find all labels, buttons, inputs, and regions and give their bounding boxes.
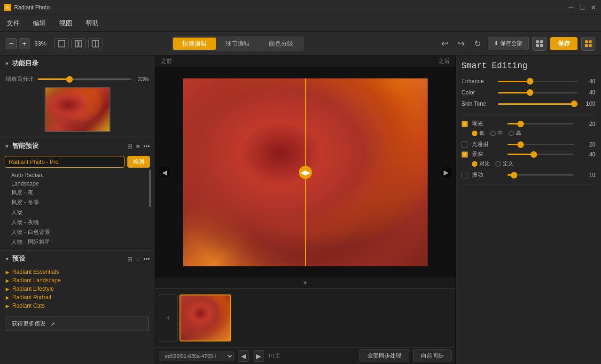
redo-button[interactable]: ↪ <box>455 38 468 50</box>
nav-prev-button[interactable]: ◀ <box>238 350 249 362</box>
vibration-value: 10 <box>581 172 595 178</box>
svg-text:R: R <box>6 6 9 10</box>
light-diffuse-track[interactable] <box>507 144 574 145</box>
depth-define-radio[interactable] <box>495 161 501 167</box>
add-image-button[interactable]: + <box>159 294 178 341</box>
film-thumbnail-1[interactable] <box>180 294 231 341</box>
split-view-button[interactable] <box>71 38 86 49</box>
presets-list-icon[interactable]: ≡ <box>136 256 140 263</box>
grid-icon[interactable] <box>532 37 546 51</box>
color-thumb[interactable] <box>527 89 533 96</box>
preset-cat-portrait[interactable]: ▶ Radiant Portrait <box>6 294 149 301</box>
light-diffuse-row: 光漫射 20 <box>461 140 595 148</box>
tab-detail-edit[interactable]: 细节编辑 <box>216 38 259 50</box>
preset-cat-cats[interactable]: ▶ Radiant Cats <box>6 302 149 309</box>
maximize-button[interactable]: □ <box>578 4 586 11</box>
single-view-button[interactable] <box>55 38 69 49</box>
save-button[interactable]: 保存 <box>550 37 578 50</box>
split-handle[interactable]: ◀▶ <box>299 166 312 179</box>
sync-all-button[interactable]: 全部同步处理 <box>359 349 409 362</box>
window-controls: ─ □ ✕ <box>567 4 597 11</box>
depth-field-thumb[interactable] <box>531 151 537 158</box>
more-options-icon[interactable]: ••• <box>143 143 150 150</box>
exposure-high-radio[interactable] <box>508 131 514 136</box>
light-diffuse-checkbox[interactable] <box>461 141 468 148</box>
tab-quick-edit[interactable]: 快速编辑 <box>173 38 216 50</box>
expand-filmstrip-button[interactable]: ▼ <box>155 278 455 288</box>
vibration-track[interactable] <box>507 174 574 176</box>
exposure-track[interactable] <box>507 123 574 124</box>
page-info: 1/1页 <box>268 352 280 359</box>
depth-contrast-option[interactable]: 对比 <box>472 160 490 167</box>
exposure-low-radio[interactable] <box>472 131 477 136</box>
presets-more-icon[interactable]: ••• <box>143 256 150 263</box>
grid-view-icon[interactable]: ⊞ <box>127 143 133 150</box>
color-track[interactable] <box>498 92 578 93</box>
next-image-button[interactable]: ▶ <box>440 167 452 178</box>
zoom-in-button[interactable]: + <box>19 38 30 49</box>
preset-cat-lifestyle[interactable]: ▶ Radiant Lifestyle <box>6 286 149 292</box>
svg-rect-2 <box>58 40 65 47</box>
preset-item-portrait[interactable]: 人物 <box>11 208 149 217</box>
zoom-out-button[interactable]: − <box>6 38 17 49</box>
prev-image-button[interactable]: ◀ <box>159 167 170 178</box>
enhance-thumb[interactable] <box>527 78 533 85</box>
exposure-mid-option[interactable]: 中 <box>490 130 503 137</box>
list-view-icon[interactable]: ≡ <box>136 143 140 150</box>
detect-button[interactable]: 检测 <box>127 156 150 168</box>
refresh-button[interactable]: ↻ <box>471 38 484 50</box>
preset-cat-essentials[interactable]: ▶ Radiant Essentials <box>6 269 149 275</box>
depth-field-track[interactable] <box>507 154 574 155</box>
edit-tabs: 快速编辑 细节编辑 颜色分级 <box>172 36 304 51</box>
menu-help[interactable]: 帮助 <box>83 17 101 30</box>
preset-cat-landscape[interactable]: ▶ Radiant Landscape <box>6 277 149 284</box>
after-label: 之后 <box>438 57 450 65</box>
skin-tone-track[interactable] <box>498 103 578 105</box>
depth-define-option[interactable]: 定义 <box>495 160 513 167</box>
preset-dropdown[interactable]: Radiant Photo - Pro <box>5 156 125 168</box>
depth-contrast-radio[interactable] <box>472 161 477 167</box>
vibration-thumb[interactable] <box>511 172 517 178</box>
preset-item-landscape[interactable]: Landscape <box>11 180 149 187</box>
light-diffuse-thumb[interactable] <box>517 141 524 148</box>
tab-color-grade[interactable]: 颜色分级 <box>259 38 303 50</box>
catalog-header[interactable]: ▼ 功能目录 <box>0 55 155 71</box>
exposure-mid-radio[interactable] <box>490 131 496 136</box>
get-more-button[interactable]: 获得更多预设 ↗ <box>6 317 149 331</box>
preset-item-winter[interactable]: 风景 - 冬季 <box>11 198 149 207</box>
preset-item-white-bg[interactable]: 人物 - 白色背景 <box>11 228 149 237</box>
compare-view-button[interactable] <box>88 38 102 49</box>
preset-item-night[interactable]: 风景 - 夜 <box>11 188 149 197</box>
scale-slider[interactable] <box>38 78 131 80</box>
preset-item-intl[interactable]: 人物 - 国际将星 <box>11 238 149 247</box>
skin-tone-row: Skin Tone 100 <box>461 101 595 107</box>
thumbnail-image <box>46 88 109 131</box>
menu-view[interactable]: 视图 <box>56 17 75 30</box>
skin-tone-thumb[interactable] <box>571 101 578 107</box>
exposure-high-option[interactable]: 高 <box>508 130 521 137</box>
exposure-low-option[interactable]: 低 <box>472 130 484 137</box>
sync-button[interactable]: 向前同步 <box>413 349 452 362</box>
preset-item-auto[interactable]: Auto Radiant <box>11 171 149 179</box>
presets-grid-icon[interactable]: ⊞ <box>127 256 133 263</box>
save-all-button[interactable]: ⬇ 保存全部 <box>488 37 529 50</box>
vibration-checkbox[interactable] <box>461 172 468 178</box>
exposure-thumb[interactable] <box>517 121 524 127</box>
save-options-icon[interactable] <box>581 37 595 51</box>
smart-presets-header[interactable]: ▼ 智能预设 ⊞ ≡ ••• <box>0 138 155 154</box>
menu-file[interactable]: 文件 <box>4 17 23 30</box>
minimize-button[interactable]: ─ <box>567 4 575 11</box>
depth-field-checkbox[interactable]: ✓ <box>461 151 468 158</box>
file-selector[interactable]: ed026f01-630a-4765-l <box>159 351 234 361</box>
nav-next-button[interactable]: ▶ <box>253 350 264 362</box>
menu-edit[interactable]: 编辑 <box>30 17 49 30</box>
depth-field-options: 对比 定义 <box>461 160 595 167</box>
enhance-track[interactable] <box>498 81 578 82</box>
preset-scrollbar[interactable] <box>149 170 151 207</box>
close-button[interactable]: ✕ <box>590 4 597 11</box>
exposure-checkbox[interactable]: ✓ <box>461 121 468 127</box>
landscape-arrow: ▶ <box>6 278 9 283</box>
preset-item-night-portrait[interactable]: 人物 - 夜晚 <box>11 218 149 227</box>
undo-button[interactable]: ↩ <box>438 38 451 50</box>
svg-rect-9 <box>536 44 539 47</box>
